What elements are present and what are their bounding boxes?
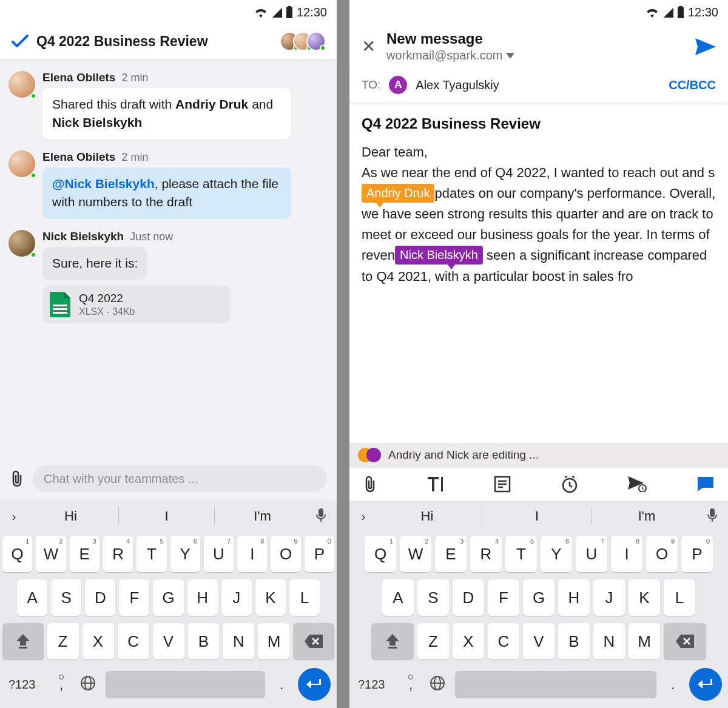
key[interactable]: V bbox=[153, 623, 184, 659]
key[interactable]: M bbox=[258, 623, 289, 659]
key[interactable]: M bbox=[629, 623, 660, 659]
key[interactable]: 7U bbox=[204, 536, 234, 572]
key[interactable]: 1Q bbox=[365, 536, 396, 572]
key[interactable]: D bbox=[453, 579, 484, 616]
email-body[interactable]: Dear team, As we near the end of Q4 2022… bbox=[362, 142, 716, 287]
numeric-toggle[interactable]: ?123 bbox=[358, 678, 394, 692]
globe-icon[interactable] bbox=[427, 675, 448, 693]
comments-icon[interactable] bbox=[696, 476, 715, 493]
chat-input[interactable]: Chat with your teammates ... bbox=[33, 465, 327, 492]
attach-icon[interactable] bbox=[10, 470, 24, 488]
key[interactable]: H bbox=[187, 579, 218, 616]
key[interactable]: B bbox=[558, 623, 590, 659]
mic-icon[interactable] bbox=[701, 508, 723, 525]
attach-icon[interactable] bbox=[363, 475, 377, 493]
key[interactable]: 9O bbox=[271, 536, 300, 572]
key[interactable]: S bbox=[51, 579, 81, 616]
key[interactable]: K bbox=[255, 579, 286, 616]
key[interactable]: A bbox=[382, 579, 414, 616]
text-format-icon[interactable] bbox=[426, 476, 445, 493]
avatar[interactable] bbox=[8, 71, 35, 98]
key[interactable]: F bbox=[119, 579, 149, 616]
email-subject[interactable]: Q4 2022 Business Review bbox=[362, 115, 716, 132]
key[interactable]: Z bbox=[47, 623, 79, 659]
comma-key[interactable]: , bbox=[52, 676, 70, 693]
suggestion[interactable]: Hi bbox=[23, 508, 118, 524]
key[interactable]: G bbox=[523, 579, 554, 616]
key[interactable]: 0P bbox=[681, 536, 713, 572]
key[interactable]: C bbox=[488, 623, 519, 659]
key[interactable]: J bbox=[593, 579, 625, 616]
key[interactable]: B bbox=[188, 623, 220, 659]
key[interactable]: 9O bbox=[646, 536, 678, 572]
key[interactable]: V bbox=[523, 623, 554, 659]
send-button[interactable] bbox=[695, 38, 716, 55]
key[interactable]: 4R bbox=[470, 536, 502, 572]
template-icon[interactable] bbox=[494, 476, 511, 493]
key[interactable]: 2W bbox=[400, 536, 431, 572]
shift-key[interactable] bbox=[2, 623, 44, 659]
schedule-icon[interactable] bbox=[561, 475, 579, 493]
expand-icon[interactable]: › bbox=[5, 510, 23, 524]
avatar[interactable] bbox=[8, 150, 35, 177]
key[interactable]: L bbox=[664, 579, 695, 616]
space-key[interactable] bbox=[455, 671, 656, 698]
key[interactable]: L bbox=[289, 579, 320, 616]
expand-icon[interactable]: › bbox=[354, 510, 372, 524]
key[interactable]: K bbox=[629, 579, 660, 616]
send-later-icon[interactable] bbox=[628, 476, 647, 492]
globe-icon[interactable] bbox=[78, 675, 98, 693]
key[interactable]: 3E bbox=[70, 536, 99, 572]
enter-key[interactable] bbox=[298, 668, 331, 701]
from-dropdown[interactable]: workmail@spark.com bbox=[386, 49, 684, 62]
file-attachment[interactable]: Q4 2022 XLSX - 34Kb bbox=[42, 286, 231, 323]
key[interactable]: X bbox=[453, 623, 484, 659]
key[interactable]: G bbox=[153, 579, 183, 616]
key[interactable]: A bbox=[17, 579, 47, 616]
key[interactable]: F bbox=[488, 579, 519, 616]
shift-key[interactable] bbox=[371, 623, 414, 659]
key[interactable]: 5T bbox=[505, 536, 537, 572]
mic-icon[interactable] bbox=[310, 508, 332, 525]
key[interactable]: 6Y bbox=[170, 536, 200, 572]
checkmark-icon[interactable] bbox=[11, 33, 29, 49]
key[interactable]: 1Q bbox=[2, 536, 32, 572]
suggestion[interactable]: I'm bbox=[592, 508, 701, 524]
suggestion[interactable]: I bbox=[119, 508, 214, 524]
key[interactable]: 2W bbox=[36, 536, 66, 572]
enter-key[interactable] bbox=[689, 668, 722, 701]
compose-body[interactable]: Q4 2022 Business Review Dear team, As we… bbox=[349, 103, 728, 443]
space-key[interactable] bbox=[106, 671, 265, 698]
key[interactable]: X bbox=[83, 623, 114, 659]
key[interactable]: 0P bbox=[305, 536, 334, 572]
numeric-toggle[interactable]: ?123 bbox=[8, 678, 45, 692]
key[interactable]: 7U bbox=[576, 536, 607, 572]
key[interactable]: Z bbox=[417, 623, 449, 659]
key[interactable]: 8I bbox=[611, 536, 642, 572]
key[interactable]: 4R bbox=[103, 536, 133, 572]
period-key[interactable]: . bbox=[664, 676, 682, 693]
to-field[interactable]: TO: A Alex Tyagulskiy CC/BCC bbox=[349, 67, 728, 103]
key[interactable]: 5T bbox=[136, 536, 166, 572]
key[interactable]: N bbox=[223, 623, 254, 659]
avatar[interactable] bbox=[8, 230, 35, 257]
comma-key[interactable]: , bbox=[402, 676, 420, 693]
key[interactable]: D bbox=[85, 579, 115, 616]
close-icon[interactable]: ✕ bbox=[362, 36, 376, 56]
key[interactable]: 3E bbox=[435, 536, 467, 572]
key[interactable]: 6Y bbox=[541, 536, 572, 572]
backspace-key[interactable] bbox=[293, 623, 334, 659]
key[interactable]: H bbox=[558, 579, 590, 616]
period-key[interactable]: . bbox=[272, 676, 291, 693]
suggestion[interactable]: Hi bbox=[372, 508, 482, 524]
cc-bcc-button[interactable]: CC/BCC bbox=[669, 78, 716, 92]
mention[interactable]: @Nick Bielskykh bbox=[52, 177, 155, 190]
backspace-key[interactable] bbox=[664, 623, 706, 659]
participants-avatars[interactable] bbox=[286, 32, 326, 51]
key[interactable]: 8I bbox=[237, 536, 267, 572]
key[interactable]: N bbox=[593, 623, 625, 659]
key[interactable]: S bbox=[417, 579, 449, 616]
suggestion[interactable]: I bbox=[482, 508, 592, 524]
key[interactable]: J bbox=[221, 579, 252, 616]
suggestion[interactable]: I'm bbox=[215, 508, 310, 524]
